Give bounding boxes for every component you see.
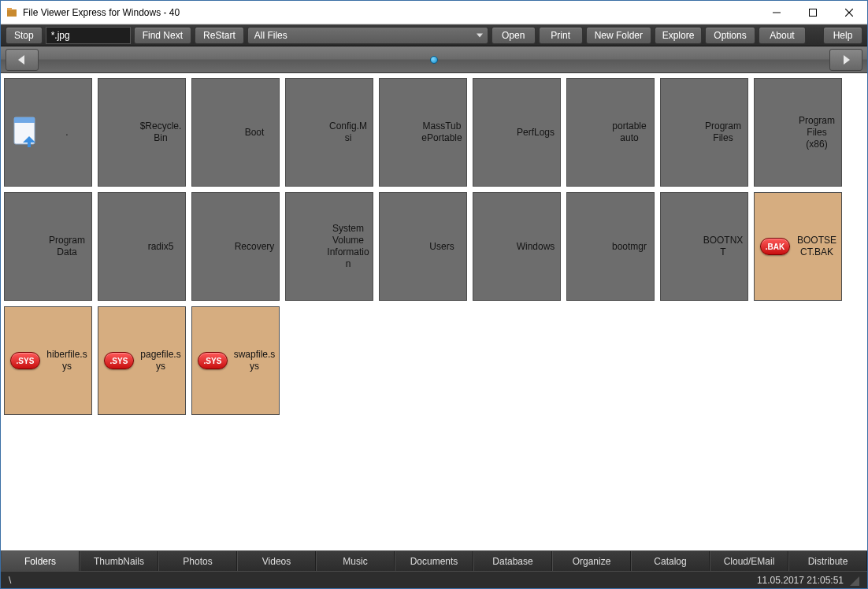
tile-label: BOOTNXT [702,235,744,258]
tile-label-col: ProgramData [46,193,91,300]
tile-label-col: hiberfile.sys [46,307,91,414]
file-tile[interactable]: .SYSpagefile.sys [98,306,186,415]
window-title: File Viewer Express for Windows - 40 [23,7,759,18]
folder-tile[interactable]: BOOTNXT [660,192,748,301]
svg-marker-6 [18,55,24,65]
bottom-tab-thumbnails[interactable]: ThumbNails [80,551,158,571]
file-ext-badge: .SYS [192,307,233,414]
tile-label: BOOTSECT.BAK [796,235,838,258]
folder-tile[interactable]: System Volume Information [285,192,373,301]
folder-tile[interactable]: Windows [473,192,561,301]
folder-tile[interactable]: ProgramData [4,192,92,301]
file-tile[interactable]: .SYSswapfile.sys [191,306,280,415]
filter-select-value: All Files [254,30,287,41]
tile-label-col: swapfile.sys [233,307,279,414]
status-bar: \ 11.05.2017 21:05:51 [1,571,867,588]
tile-label-col: BOOTNXT [702,193,747,300]
tile-icon-empty [192,79,233,186]
thumbnail-grid: .$Recycle.BinBootConfig.MsiMassTubePorta… [4,78,864,415]
svg-rect-0 [7,9,17,17]
tile-icon-empty [98,79,139,186]
folder-tile[interactable]: Boot [191,78,280,187]
bottom-tab-catalog[interactable]: Catalog [631,551,710,571]
tile-icon-empty [286,79,327,186]
navigation-bar [1,46,867,73]
folder-up-icon [5,79,46,186]
svg-rect-1 [7,8,12,10]
folder-tile[interactable]: Program Files [660,78,748,187]
file-tile[interactable]: .SYShiberfile.sys [4,306,92,415]
new-folder-button[interactable]: New Folder [586,27,651,44]
file-ext-badge: .SYS [98,307,139,414]
search-input[interactable] [46,27,131,44]
bottom-tab-videos[interactable]: Videos [237,551,316,571]
tile-icon-empty [661,193,702,300]
bottom-tab-distribute[interactable]: Distribute [788,551,867,571]
ext-badge-icon: .SYS [104,352,134,369]
folder-tile[interactable]: bootmgr [566,192,655,301]
bottom-tab-folders[interactable]: Folders [1,551,80,571]
help-button[interactable]: Help [823,27,862,44]
options-button[interactable]: Options [705,27,755,44]
resize-grip-icon[interactable] [848,575,859,586]
up-folder-tile[interactable]: . [4,78,92,187]
tile-icon-empty [567,79,608,186]
folder-tile[interactable]: Recovery [191,192,280,301]
folder-tile[interactable]: MassTubePortable [379,78,467,187]
tile-icon-empty [755,79,796,186]
maximize-button[interactable] [795,1,831,24]
minimize-button[interactable] [759,1,795,24]
open-button[interactable]: Open [491,27,536,44]
folder-tile[interactable]: $Recycle.Bin [98,78,186,187]
folder-tile[interactable]: Users [379,192,467,301]
about-button[interactable]: About [759,27,806,44]
tile-label-col: Program Files (x86) [796,79,841,186]
tile-icon-empty [5,193,46,300]
bottom-tab-photos[interactable]: Photos [158,551,237,571]
scrub-track[interactable] [40,46,828,72]
tile-label: pagefile.sys [139,349,182,372]
scrub-marker-icon [430,56,438,64]
tile-label: Config.Msi [327,120,369,144]
tile-label-col: pagefile.sys [139,307,185,414]
svg-marker-7 [844,55,850,65]
tile-label: System Volume Information [327,223,369,270]
bottom-tab-music[interactable]: Music [316,551,395,571]
bottom-tab-cloud-email[interactable]: Cloud/EMail [710,551,788,571]
stop-button[interactable]: Stop [6,27,43,44]
folder-tile[interactable]: Config.Msi [285,78,373,187]
tile-icon-empty [380,79,421,186]
close-button[interactable] [831,1,867,24]
find-next-button[interactable]: Find Next [134,27,191,44]
tile-label: Program Files [702,120,744,144]
explore-button[interactable]: Explore [655,27,702,44]
next-button[interactable] [829,49,862,71]
tile-label-col: Boot [233,79,279,186]
tile-label: Windows [517,241,555,253]
prev-button[interactable] [6,49,39,71]
content-area: .$Recycle.BinBootConfig.MsiMassTubePorta… [1,73,867,550]
file-ext-badge: .SYS [5,307,46,414]
print-button[interactable]: Print [539,27,583,44]
file-tile[interactable]: .BAKBOOTSECT.BAK [754,192,842,301]
tile-icon-empty [98,193,139,300]
tile-label: Users [429,241,454,253]
tile-label-col: . [46,79,91,186]
svg-rect-9 [14,117,35,123]
tile-label: Boot [245,127,265,139]
filter-select[interactable]: All Files [247,27,488,44]
tile-label-col: Program Files [702,79,747,186]
bottom-tab-documents[interactable]: Documents [395,551,473,571]
tile-label: ProgramData [46,235,88,258]
folder-tile[interactable]: PerfLogs [473,78,561,187]
tile-label: MassTubePortable [421,120,463,144]
bottom-tab-organize[interactable]: Organize [552,551,631,571]
folder-tile[interactable]: radix5 [98,192,186,301]
restart-button[interactable]: ReStart [195,27,244,44]
folder-tile[interactable]: portable auto [566,78,655,187]
bottom-tab-database[interactable]: Database [473,551,552,571]
folder-tile[interactable]: Program Files (x86) [754,78,842,187]
tile-label: bootmgr [612,241,647,253]
tile-label-col: bootmgr [608,193,654,300]
bottom-tabbar: FoldersThumbNailsPhotosVideosMusicDocume… [1,550,867,571]
